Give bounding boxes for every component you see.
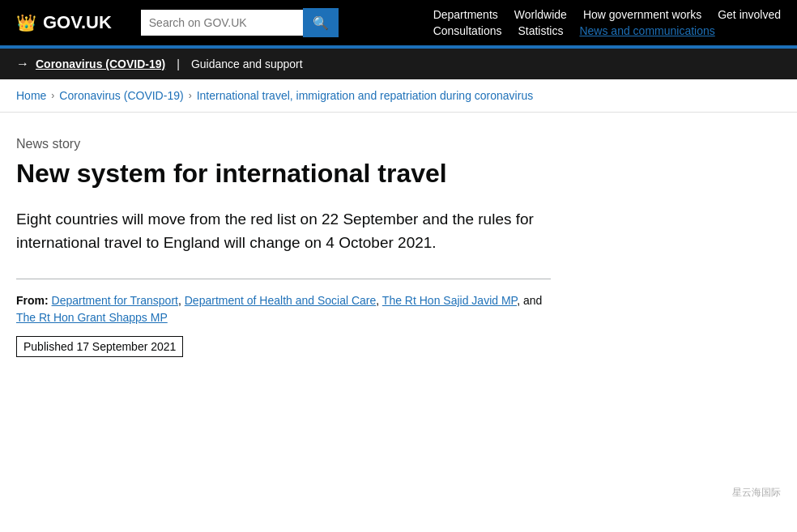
from-label: From:: [16, 294, 49, 307]
breadcrumb-sep-1: ›: [51, 90, 54, 101]
crown-icon: 👑: [16, 13, 36, 32]
grant-shapps-link[interactable]: The Rt Hon Grant Shapps MP: [16, 311, 168, 324]
search-input[interactable]: [141, 10, 303, 36]
covid-banner: → Coronavirus (COVID-19) | Guidance and …: [0, 49, 797, 79]
nav-news-comms[interactable]: News and communications: [579, 24, 714, 37]
published-date: Published 17 September 2021: [23, 340, 176, 353]
site-header: 👑 GOV.UK 🔍 Departments Worldwide How gov…: [0, 0, 797, 45]
arrow-icon: →: [16, 57, 29, 71]
dept-health-link[interactable]: Department of Health and Social Care: [185, 294, 377, 307]
banner-separator: |: [177, 57, 180, 70]
nav-how-gov-works[interactable]: How government works: [583, 8, 701, 21]
breadcrumb-travel[interactable]: International travel, immigration and re…: [197, 89, 534, 102]
nav-worldwide[interactable]: Worldwide: [514, 8, 567, 21]
main-content: News story New system for international …: [0, 113, 567, 383]
breadcrumb-home[interactable]: Home: [16, 89, 46, 102]
logo-text: GOV.UK: [43, 12, 112, 33]
nav-departments[interactable]: Departments: [433, 8, 498, 21]
nav-row-1: Departments Worldwide How government wor…: [433, 8, 781, 21]
nav-row-2: Consultations Statistics News and commun…: [433, 24, 781, 37]
nav-statistics[interactable]: Statistics: [518, 24, 563, 37]
breadcrumb-bar: Home › Coronavirus (COVID-19) › Internat…: [0, 79, 797, 113]
page-title: New system for international travel: [16, 158, 551, 189]
dept-transport-link[interactable]: Department for Transport: [52, 294, 178, 307]
site-logo[interactable]: 👑 GOV.UK: [16, 12, 112, 33]
nav-get-involved[interactable]: Get involved: [718, 8, 781, 21]
breadcrumb: Home › Coronavirus (COVID-19) › Internat…: [16, 89, 781, 102]
banner-description: Guidance and support: [191, 57, 303, 70]
breadcrumb-covid[interactable]: Coronavirus (COVID-19): [59, 89, 183, 102]
content-type-label: News story: [16, 137, 551, 151]
search-area: 🔍: [141, 8, 339, 37]
main-nav: Departments Worldwide How government wor…: [433, 8, 781, 37]
from-line: From: Department for Transport, Departme…: [16, 292, 551, 326]
covid-banner-link[interactable]: Coronavirus (COVID-19): [36, 57, 165, 70]
search-button[interactable]: 🔍: [303, 8, 339, 37]
published-date-box: Published 17 September 2021: [16, 336, 183, 357]
breadcrumb-sep-2: ›: [189, 90, 192, 101]
page-summary: Eight countries will move from the red l…: [16, 208, 551, 254]
from-section: From: Department for Transport, Departme…: [16, 279, 551, 357]
nav-consultations[interactable]: Consultations: [433, 24, 502, 37]
sajid-javid-link[interactable]: The Rt Hon Sajid Javid MP: [382, 294, 517, 307]
